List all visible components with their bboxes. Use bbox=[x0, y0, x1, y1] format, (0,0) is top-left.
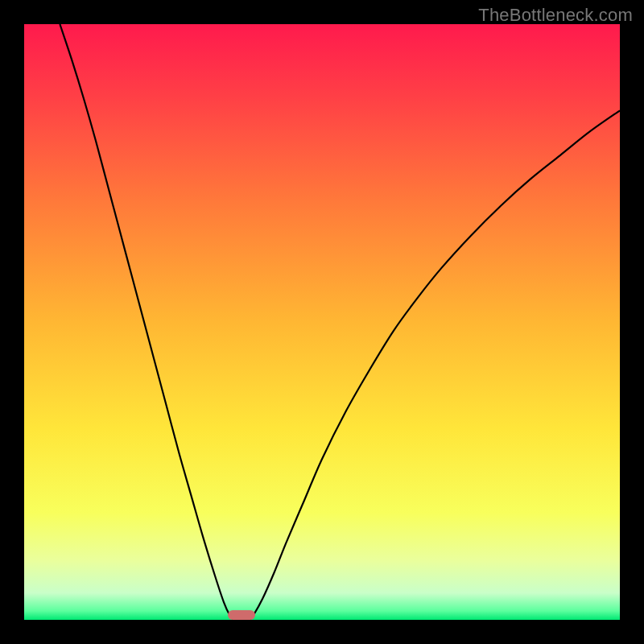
plot-area bbox=[24, 24, 620, 620]
watermark-text: TheBottleneck.com bbox=[478, 5, 633, 26]
curve-right-branch bbox=[250, 110, 620, 620]
chart-frame: TheBottleneck.com bbox=[0, 0, 644, 644]
curve-left-branch bbox=[60, 24, 233, 620]
bottleneck-curve bbox=[24, 24, 620, 620]
minimum-marker bbox=[228, 610, 254, 620]
